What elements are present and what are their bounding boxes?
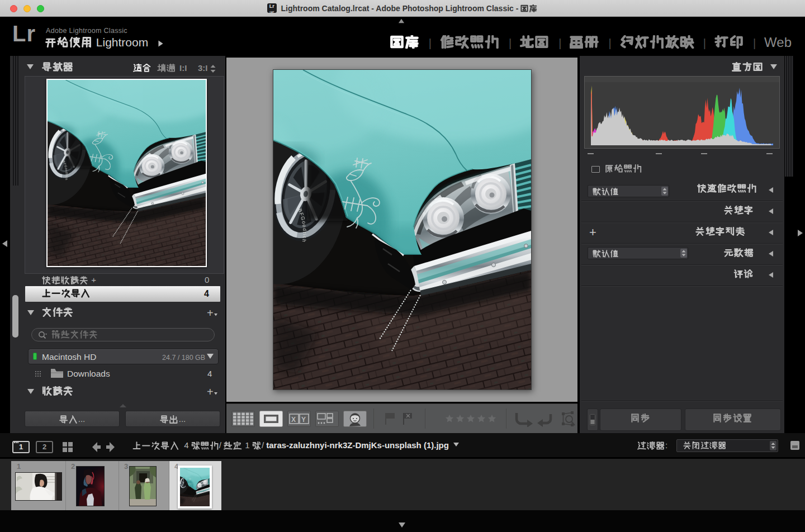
svg-text:X: X (291, 416, 296, 424)
svg-text:Y: Y (301, 416, 306, 424)
